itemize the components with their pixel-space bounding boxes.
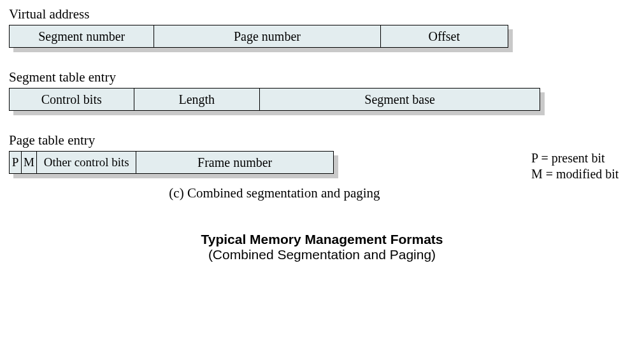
field-offset: Offset [381, 25, 508, 47]
field-control-bits: Control bits [10, 89, 134, 110]
bottom-title-block: Typical Memory Management Formats (Combi… [9, 232, 635, 262]
section-page-table-entry: Page table entry P M Other control bits … [9, 132, 635, 201]
section-virtual-address: Virtual address Segment number Page numb… [9, 6, 635, 48]
strip-virtual-address: Segment number Page number Offset [9, 25, 508, 48]
caption-c: (c) Combined segmentation and paging [9, 185, 540, 201]
field-frame-number: Frame number [136, 152, 333, 173]
bottom-title: Typical Memory Management Formats [9, 232, 635, 247]
strip-page-table-entry: P M Other control bits Frame number [9, 151, 334, 174]
legend-box: P = present bit M = modified bit [531, 150, 619, 182]
field-segment-base: Segment base [260, 89, 540, 110]
bottom-subtitle: (Combined Segmentation and Paging) [9, 247, 635, 262]
section-segment-table-entry: Segment table entry Control bits Length … [9, 69, 635, 111]
field-m-bit: M [22, 152, 37, 173]
strip-segment-table-entry: Control bits Length Segment base [9, 88, 540, 111]
label-segment-table-entry: Segment table entry [9, 69, 635, 85]
field-page-number: Page number [154, 25, 380, 47]
legend-p: P = present bit [531, 150, 619, 166]
field-other-control-bits: Other control bits [37, 152, 136, 173]
legend-m: M = modified bit [531, 166, 619, 182]
label-page-table-entry: Page table entry [9, 132, 635, 148]
field-length: Length [134, 89, 261, 110]
label-virtual-address: Virtual address [9, 6, 635, 22]
field-segment-number: Segment number [10, 25, 154, 47]
field-p-bit: P [10, 152, 22, 173]
